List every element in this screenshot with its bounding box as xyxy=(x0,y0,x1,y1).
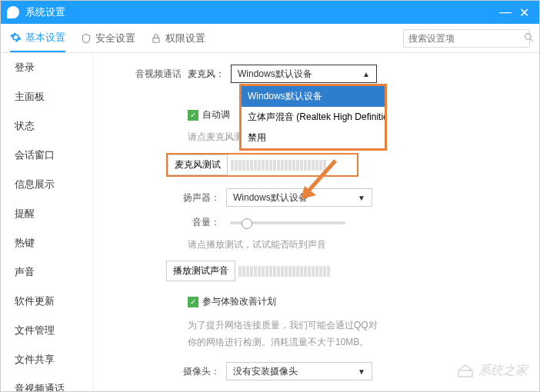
sidebar-item-avcall[interactable]: 音视频通话 xyxy=(1,374,92,391)
search-box[interactable] xyxy=(403,29,530,48)
sidebar-item-mainpanel[interactable]: 主面板 xyxy=(1,82,92,111)
watermark: 系统之家 xyxy=(456,361,528,380)
tab-security-label: 安全设置 xyxy=(95,32,135,45)
play-test-button[interactable]: 播放测试声音 xyxy=(166,261,235,281)
window-title: 系统设置 xyxy=(25,5,496,19)
experience-desc: 为了提升网络连接质量，我们可能会通过QQ对 你的网络进行检测。消耗流量不大于10… xyxy=(188,317,524,350)
search-input[interactable] xyxy=(408,33,524,44)
sidebar-item-update[interactable]: 软件更新 xyxy=(1,287,92,316)
sidebar: 登录 主面板 状态 会话窗口 信息展示 提醒 热键 声音 软件更新 文件管理 文… xyxy=(1,53,93,391)
sidebar-item-fileshare[interactable]: 文件共享 xyxy=(1,345,92,374)
minimize-button[interactable]: — xyxy=(496,5,515,19)
tab-basic-label: 基本设置 xyxy=(25,31,65,45)
search-icon xyxy=(524,32,534,45)
app-logo-icon xyxy=(7,6,19,18)
mic-select[interactable]: Windows默认设备 ▲ xyxy=(231,65,377,83)
speaker-label: 扬声器： xyxy=(120,191,220,204)
camera-select[interactable]: 没有安装摄像头 ▼ xyxy=(226,362,372,380)
sidebar-item-chat[interactable]: 会话窗口 xyxy=(1,141,92,170)
speaker-volume-label: 音量： xyxy=(120,216,220,229)
shield-icon xyxy=(81,33,92,44)
speaker-select[interactable]: Windows默认设备 ▼ xyxy=(226,188,372,207)
dropdown-arrow-icon: ▼ xyxy=(358,367,365,376)
tab-security[interactable]: 安全设置 xyxy=(81,24,135,52)
experience-label: 参与体验改善计划 xyxy=(202,295,276,308)
mic-test-button[interactable]: 麦克风测试 xyxy=(168,154,228,175)
mic-label: 麦克风： xyxy=(188,68,225,81)
lock-icon xyxy=(151,33,162,44)
mic-option-disable[interactable]: 禁用 xyxy=(242,128,385,148)
mic-level-meter xyxy=(228,154,357,175)
close-button[interactable]: ✕ xyxy=(515,5,533,20)
tab-bar: 基本设置 安全设置 权限设置 xyxy=(1,24,539,53)
sidebar-item-notify[interactable]: 提醒 xyxy=(1,199,92,228)
mic-select-value: Windows默认设备 xyxy=(238,68,312,81)
gear-icon xyxy=(10,32,22,43)
play-hint: 请点播放测试，试试能否听到声音 xyxy=(188,238,524,251)
mic-dropdown: Windows默认设备 立体声混音 (Realtek High Definiti… xyxy=(239,84,387,151)
dropdown-arrow-icon: ▼ xyxy=(358,194,365,202)
sidebar-item-hotkey[interactable]: 热键 xyxy=(1,228,92,257)
camera-select-value: 没有安装摄像头 xyxy=(233,365,298,378)
titlebar: 系统设置 — ✕ xyxy=(1,1,539,24)
auto-adjust-label: 自动调 xyxy=(202,108,230,121)
sidebar-item-filemgr[interactable]: 文件管理 xyxy=(1,316,92,345)
auto-adjust-checkbox[interactable]: ✓ xyxy=(188,110,198,121)
svg-rect-0 xyxy=(153,38,159,42)
speaker-select-value: Windows默认设备 xyxy=(233,191,308,204)
speaker-volume-slider[interactable] xyxy=(230,221,345,224)
svg-point-1 xyxy=(525,33,532,39)
experience-checkbox[interactable]: ✓ xyxy=(188,297,198,307)
section-label: 音视频通话 xyxy=(120,68,182,81)
mic-option-default[interactable]: Windows默认设备 xyxy=(242,86,385,107)
sidebar-item-sound[interactable]: 声音 xyxy=(1,257,92,287)
speaker-level-meter xyxy=(235,261,358,281)
tab-permission[interactable]: 权限设置 xyxy=(151,24,205,52)
mic-option-stereo[interactable]: 立体声混音 (Realtek High Definition xyxy=(242,107,385,128)
tab-permission-label: 权限设置 xyxy=(165,32,205,45)
sidebar-item-info[interactable]: 信息展示 xyxy=(1,170,92,199)
camera-label: 摄像头： xyxy=(120,365,220,378)
sidebar-item-status[interactable]: 状态 xyxy=(1,111,92,141)
play-test-container: 播放测试声音 xyxy=(166,261,358,281)
mic-test-container: 麦克风测试 xyxy=(166,153,358,177)
sidebar-item-login[interactable]: 登录 xyxy=(1,53,92,82)
tab-basic[interactable]: 基本设置 xyxy=(10,24,65,52)
dropdown-arrow-icon: ▲ xyxy=(362,70,370,78)
